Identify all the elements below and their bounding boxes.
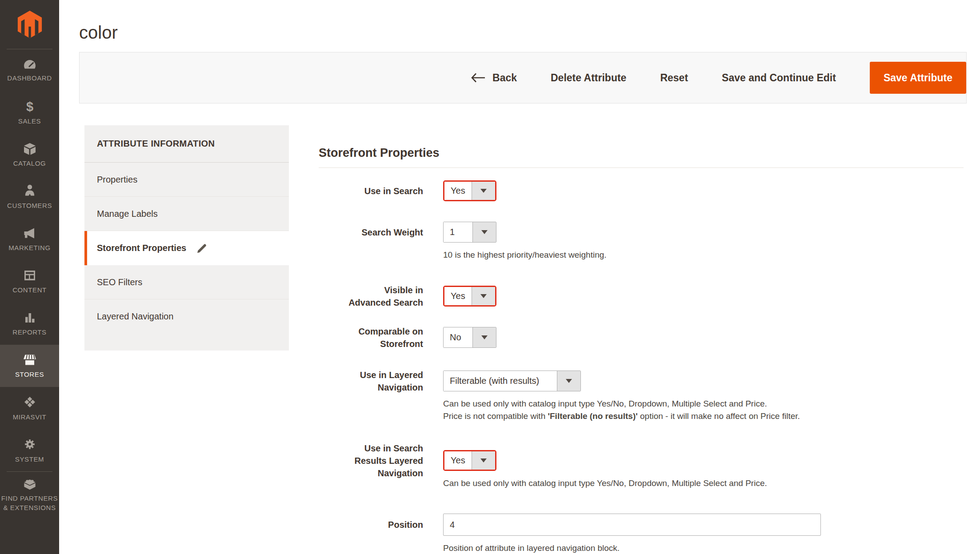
dropdown-arrow-icon [472,182,495,200]
svg-text:$: $ [26,100,33,113]
system-icon [22,437,37,451]
select-value: Filterable (with results) [444,371,557,391]
note-line-1: Can be used only with catalog input type… [443,398,964,410]
field-label: Use in Search [319,180,423,201]
dropdown-arrow-icon [472,451,495,470]
use-in-search-results-layered-navigation-select[interactable]: Yes [443,450,496,471]
sidebar-item-label: MIRASVIT [13,412,47,422]
sidebar-item-label: MARKETING [8,243,51,252]
delete-attribute-button[interactable]: Delete Attribute [551,72,626,84]
magento-admin-page: DASHBOARD $ SALES CATALOG CUSTOMERS [0,0,980,554]
sidebar-item-find-partners[interactable]: FIND PARTNERS & EXTENSIONS [0,472,59,512]
sidebar-item-mirasvit[interactable]: MIRASVIT [0,387,59,429]
visible-in-advanced-search-select[interactable]: Yes [443,286,496,307]
search-weight-select[interactable]: 1 [443,222,496,243]
field-row-position: Position Position of attribute in layere… [319,514,964,554]
sidebar-item-dashboard[interactable]: DASHBOARD [0,49,59,92]
tab-seo-filters[interactable]: SEO Filters [84,265,289,299]
content-icon [22,269,37,282]
dropdown-arrow-icon [472,287,495,305]
sidebar-item-reports[interactable]: REPORTS [0,303,59,345]
select-value: Yes [444,451,472,470]
sidebar-item-sales[interactable]: $ SALES [0,92,59,134]
reports-icon [22,311,37,324]
back-button[interactable]: Back [471,72,517,84]
field-label: Position [319,514,423,536]
back-arrow-icon [471,72,486,83]
stores-icon [22,353,37,367]
dropdown-arrow-icon [557,371,580,391]
find-partners-icon [21,478,38,490]
sidebar-item-catalog[interactable]: CATALOG [0,134,59,176]
select-value: 1 [444,222,472,242]
reset-button[interactable]: Reset [660,72,688,84]
tab-layered-navigation[interactable]: Layered Navigation [84,299,289,334]
attribute-information-panel: ATTRIBUTE INFORMATION Properties Manage … [84,125,289,351]
field-label: Visible in Advanced Search [319,286,423,307]
sidebar-item-label: CONTENT [12,285,47,295]
sidebar-item-label: REPORTS [12,327,46,337]
sidebar-item-system[interactable]: SYSTEM [0,429,59,471]
use-in-layered-navigation-select[interactable]: Filterable (with results) [443,371,581,391]
customers-icon [22,184,37,198]
field-note: 10 is the highest priority/heaviest weig… [443,249,964,261]
sidebar-item-customers[interactable]: CUSTOMERS [0,176,59,218]
sidebar-item-label: DASHBOARD [7,73,52,83]
sidebar-item-label: CUSTOMERS [7,201,52,210]
tab-manage-labels[interactable]: Manage Labels [84,197,289,231]
field-label: Use in Layered Navigation [319,371,423,391]
back-button-label: Back [492,72,517,84]
field-label: Search Weight [319,222,423,243]
field-label: Use in Search Results Layered Navigation [319,450,423,471]
page-title: color [79,23,118,43]
form-heading: Storefront Properties [319,147,964,159]
sidebar-item-marketing[interactable]: MARKETING [0,218,59,260]
field-row-use-in-layered-navigation: Use in Layered Navigation Filterable (wi… [319,371,964,422]
marketing-icon [22,227,37,240]
field-note: Can be used only with catalog input type… [443,477,964,490]
note-line-2: Price is not compatible with 'Filterable… [443,410,964,422]
field-row-comparable-on-storefront: Comparable on Storefront No [319,327,964,348]
field-row-use-in-search-results-layered-navigation: Use in Search Results Layered Navigation… [319,450,964,490]
edit-pencil-icon [196,243,208,254]
sales-icon: $ [22,100,37,113]
catalog-icon [22,142,37,155]
comparable-on-storefront-select[interactable]: No [443,327,496,348]
field-row-search-weight: Search Weight 1 10 is the highest priori… [319,222,964,261]
sidebar-item-content[interactable]: CONTENT [0,260,59,303]
sidebar-item-label: CATALOG [13,159,46,168]
select-value: Yes [444,287,472,305]
field-row-visible-in-advanced-search: Visible in Advanced Search Yes [319,286,964,307]
dashboard-icon [22,58,37,70]
storefront-properties-form: Storefront Properties Use in Search Yes … [319,147,964,554]
magento-logo-icon [16,9,44,40]
sidebar-item-label: STORES [15,370,44,379]
select-value: Yes [444,182,472,200]
sidebar-item-label: SALES [18,116,41,126]
dropdown-arrow-icon [472,327,496,347]
action-toolbar: Back Delete Attribute Reset Save and Con… [79,52,967,104]
field-note: Position of attribute in layered navigat… [443,542,964,554]
mirasvit-icon [22,395,37,409]
save-and-continue-button[interactable]: Save and Continue Edit [722,72,836,84]
magento-logo[interactable] [0,0,59,49]
sidebar-item-label: & EXTENSIONS [3,503,56,512]
attribute-information-header: ATTRIBUTE INFORMATION [84,125,289,163]
dropdown-arrow-icon [472,222,496,242]
field-label: Comparable on Storefront [319,327,423,348]
form-divider [319,167,964,168]
use-in-search-select[interactable]: Yes [443,180,496,201]
field-note: Can be used only with catalog input type… [443,398,964,422]
sidebar-item-label: FIND PARTNERS [1,494,58,503]
tab-properties[interactable]: Properties [84,163,289,197]
tab-storefront-properties-label: Storefront Properties [97,243,186,253]
sidebar-item-stores[interactable]: STORES [0,345,59,387]
tab-storefront-properties[interactable]: Storefront Properties [84,231,289,265]
sidebar-item-label: SYSTEM [15,454,44,464]
admin-sidebar: DASHBOARD $ SALES CATALOG CUSTOMERS [0,0,59,554]
save-attribute-button[interactable]: Save Attribute [870,62,966,94]
position-input[interactable] [443,514,821,536]
select-value: No [444,327,472,347]
field-row-use-in-search: Use in Search Yes [319,180,964,201]
